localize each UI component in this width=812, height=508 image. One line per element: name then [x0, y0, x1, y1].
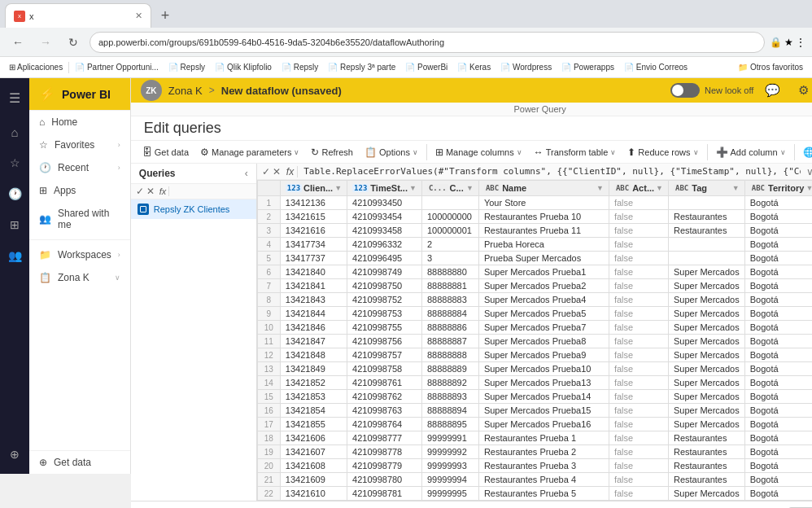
queries-title: Queries — [139, 168, 176, 179]
refresh-button[interactable]: ↻ Refresh — [306, 144, 358, 160]
manage-columns-button[interactable]: ⊞ Manage columns ∨ — [430, 144, 527, 160]
cell-client: 13421843 — [280, 293, 347, 307]
cell-name: Super Mercados Prueba2 — [478, 279, 609, 293]
cell-rownum: 3 — [257, 224, 280, 238]
sidebar-apps-item[interactable]: ⊞ — [0, 210, 29, 239]
sidebar-favorites-item[interactable]: ☆ — [0, 148, 29, 177]
browser-tab[interactable]: x x ✕ — [5, 3, 151, 28]
address-bar[interactable]: app.powerbi.com/groups/691b0599-64b0-451… — [89, 32, 765, 53]
bookmark-9[interactable]: 📄 Powerapps — [557, 61, 618, 73]
nav-shared[interactable]: 👥 Shared with me — [29, 202, 130, 236]
sidebar-get-data-item[interactable]: ⊕ — [0, 440, 29, 469]
cell-active: false — [609, 252, 668, 265]
comment-button[interactable]: 💬 — [760, 78, 784, 103]
ai-insights-button[interactable]: 🌐 AI insights — [798, 144, 812, 160]
nav-apps[interactable]: ⊞ Apps — [29, 179, 130, 202]
bookmark-4[interactable]: 📄 Repsly — [277, 61, 322, 73]
nav-back-button[interactable]: ← — [7, 31, 29, 54]
nav-workspaces[interactable]: 📁 Workspaces › — [29, 243, 130, 266]
settings-button[interactable]: ⚙ — [791, 78, 812, 103]
formula-cross-icon[interactable]: ✕ — [273, 166, 281, 177]
queries-collapse-icon[interactable]: ‹ — [245, 168, 248, 179]
ext-icon-3[interactable]: ⋮ — [796, 37, 805, 48]
ext-icon-2[interactable]: ★ — [784, 37, 793, 48]
toggle-switch[interactable] — [670, 83, 700, 98]
toolbar-sep-1 — [426, 144, 427, 160]
checkmark-icon[interactable]: ✓ — [136, 186, 144, 197]
ext-icon-1[interactable]: 🔒 — [770, 37, 782, 48]
bookmark-1[interactable]: 📄 Partner Opportuni... — [71, 61, 163, 73]
formula-expand-icon[interactable]: ∨ — [806, 166, 812, 177]
table-row: 7 13421841 4210998750 88888881 Super Mer… — [257, 279, 812, 293]
data-grid-container[interactable]: 123 Clien... ▼ 123 TimeSt... — [257, 180, 812, 501]
cell-territory: Bogotá — [744, 307, 812, 321]
bookmark-8[interactable]: 📄 Wordpress — [496, 61, 556, 73]
table-row: 12 13421848 4210998757 88888888 Super Me… — [257, 348, 812, 362]
col-header-tag[interactable]: ABC Tag ▼ — [669, 181, 745, 196]
bookmark-10[interactable]: 📄 Envio Correos — [620, 61, 692, 73]
cell-code: 88888883 — [421, 293, 478, 307]
home-icon: ⌂ — [39, 116, 45, 128]
sidebar-recent-item[interactable]: 🕐 — [0, 179, 29, 208]
col-header-timestamp[interactable]: 123 TimeSt... ▼ — [347, 181, 422, 196]
transform-table-button[interactable]: ↔ Transform table ∨ — [529, 144, 622, 160]
new-look-toggle[interactable]: New look off — [670, 83, 753, 98]
table-row: 11 13421847 4210998756 88888887 Super Me… — [257, 335, 812, 348]
col-header-client[interactable]: 123 Clien... ▼ — [280, 181, 347, 196]
cell-client: 13421855 — [280, 418, 347, 431]
tab-close-icon[interactable]: ✕ — [135, 11, 142, 21]
options-button[interactable]: 📋 Options ∨ — [360, 144, 423, 160]
bookmark-5[interactable]: 📄 Repsly 3ª parte — [324, 61, 399, 73]
table-row: 15 13421853 4210998762 88888893 Super Me… — [257, 390, 812, 404]
getdata-icon: ⊕ — [39, 457, 47, 468]
nav-reload-button[interactable]: ↻ — [62, 31, 85, 54]
cell-rownum: 18 — [257, 431, 280, 445]
bookmark-3[interactable]: 📄 Qlik Klipfolio — [211, 61, 276, 73]
col-header-territory[interactable]: ABC Territory ▼ — [744, 181, 812, 196]
cell-active: false — [609, 279, 668, 293]
col-header-code[interactable]: C... C... ▼ — [421, 181, 478, 196]
sidebar-shared-item[interactable]: 👥 — [0, 241, 29, 270]
nav-favorites[interactable]: ☆ Favorites › — [29, 134, 130, 156]
cell-rownum: 14 — [257, 376, 280, 390]
get-data-button[interactable]: 🗄 Get data — [138, 144, 194, 160]
pq-main-title: Edit queries — [144, 120, 812, 137]
transform-icon: ↔ — [534, 147, 544, 158]
cell-code: 88888886 — [421, 321, 478, 335]
nav-forward-button[interactable]: → — [34, 31, 57, 54]
cell-name: Restaurantes Prueba 11 — [478, 224, 609, 238]
col-header-name[interactable]: ABC Name ▼ — [478, 181, 609, 196]
bookmark-6[interactable]: 📄 PowerBi — [401, 61, 452, 73]
reduce-rows-button[interactable]: ⬆ Reduce rows ∨ — [622, 144, 703, 160]
bookmark-2[interactable]: 📄 Repsly — [164, 61, 209, 73]
cell-rownum: 21 — [257, 473, 280, 487]
queries-panel: Queries ‹ ✓ ✕ fx Repsly ZK Clie — [131, 164, 257, 501]
add-column-button[interactable]: ➕ Add column ∨ — [711, 144, 791, 160]
cell-timestamp: 4210998756 — [347, 335, 422, 348]
cell-timestamp: 4210998779 — [347, 459, 422, 473]
sidebar-home-item[interactable]: ⌂ — [0, 117, 29, 147]
cell-timestamp: 4210998758 — [347, 362, 422, 376]
nav-recent[interactable]: 🕐 Recent › — [29, 156, 130, 179]
cell-name: Super Mercados Prueba8 — [478, 335, 609, 348]
cell-name: Restaurantes Prueba 10 — [478, 210, 609, 224]
formula-check-icon[interactable]: ✓ — [262, 166, 270, 177]
nav-get-data[interactable]: ⊕ Get data — [29, 450, 130, 474]
bookmark-7[interactable]: 📄 Keras — [453, 61, 495, 73]
cross-icon[interactable]: ✕ — [146, 186, 155, 197]
cell-active: false — [609, 418, 668, 431]
manage-params-chevron-icon: ∨ — [294, 148, 299, 156]
toolbar-sep-2 — [707, 144, 708, 160]
new-tab-button[interactable]: + — [155, 5, 176, 26]
manage-parameters-button[interactable]: ⚙ Manage parameters ∨ — [195, 144, 304, 160]
nav-zonak[interactable]: 📋 Zona K ∨ — [29, 266, 130, 289]
cell-territory: Bogotá — [744, 279, 812, 293]
formula-input[interactable] — [300, 165, 804, 177]
nav-home[interactable]: ⌂ Home — [29, 111, 130, 134]
bookmark-apps[interactable]: ⊞ Aplicaciones — [5, 61, 67, 73]
sidebar-hamburger[interactable]: ☰ — [0, 83, 29, 112]
col-header-active[interactable]: ABC Act... ▼ — [609, 181, 668, 196]
bookmark-other[interactable]: 📁 Otros favoritos — [734, 61, 807, 73]
query-item-repsly[interactable]: Repsly ZK Clientes — [131, 199, 256, 219]
cell-active: false — [609, 238, 668, 252]
